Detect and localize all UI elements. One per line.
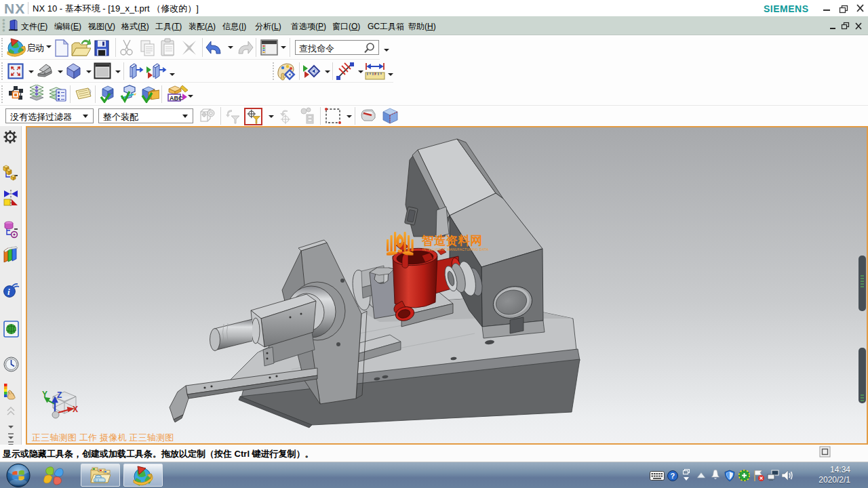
- svg-text:Z: Z: [57, 390, 62, 400]
- svg-text:INTELLIGENT MANUFACTURING DATA: INTELLIGENT MANUFACTURING DATA: [422, 248, 489, 251]
- svg-text:?: ?: [671, 472, 675, 480]
- svg-text:Y: Y: [42, 390, 47, 399]
- svg-text:i: i: [7, 287, 10, 297]
- svg-text:ABC: ABC: [170, 95, 183, 102]
- svg-text:X: X: [73, 405, 78, 414]
- svg-text:智造资料网: 智造资料网: [421, 234, 482, 247]
